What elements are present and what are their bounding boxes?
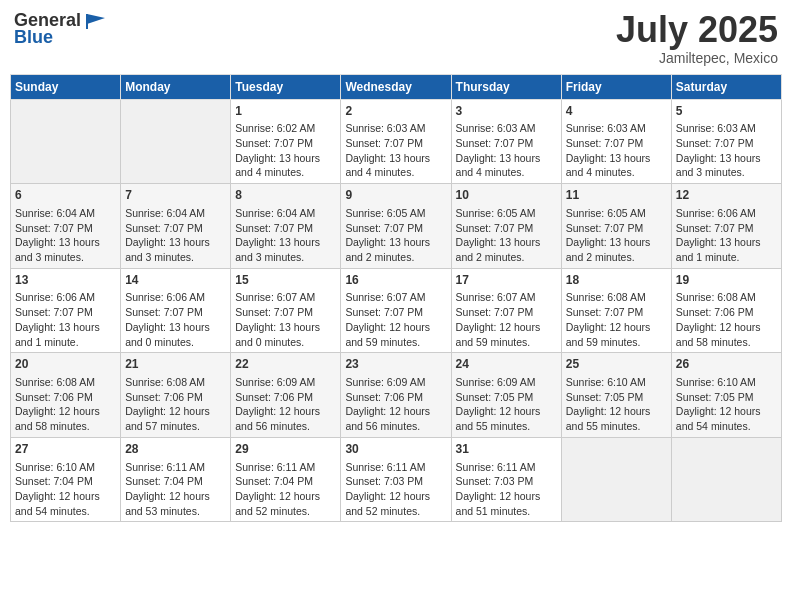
sunset-text: Sunset: 7:07 PM bbox=[456, 221, 557, 236]
day-number: 15 bbox=[235, 272, 336, 289]
day-number: 30 bbox=[345, 441, 446, 458]
logo-flag-icon bbox=[85, 12, 107, 30]
sunset-text: Sunset: 7:07 PM bbox=[235, 305, 336, 320]
sunrise-text: Sunrise: 6:06 AM bbox=[676, 206, 777, 221]
day-number: 9 bbox=[345, 187, 446, 204]
calendar-cell bbox=[121, 99, 231, 184]
sunset-text: Sunset: 7:07 PM bbox=[676, 136, 777, 151]
sunrise-text: Sunrise: 6:11 AM bbox=[345, 460, 446, 475]
sunset-text: Sunset: 7:06 PM bbox=[15, 390, 116, 405]
day-number: 31 bbox=[456, 441, 557, 458]
sunrise-text: Sunrise: 6:04 AM bbox=[125, 206, 226, 221]
sunrise-text: Sunrise: 6:08 AM bbox=[676, 290, 777, 305]
daylight-text: Daylight: 13 hours and 4 minutes. bbox=[566, 151, 667, 180]
sunset-text: Sunset: 7:06 PM bbox=[235, 390, 336, 405]
sunrise-text: Sunrise: 6:08 AM bbox=[566, 290, 667, 305]
sunrise-text: Sunrise: 6:06 AM bbox=[125, 290, 226, 305]
day-number: 22 bbox=[235, 356, 336, 373]
calendar-cell: 5Sunrise: 6:03 AMSunset: 7:07 PMDaylight… bbox=[671, 99, 781, 184]
sunset-text: Sunset: 7:05 PM bbox=[676, 390, 777, 405]
calendar-cell: 26Sunrise: 6:10 AMSunset: 7:05 PMDayligh… bbox=[671, 353, 781, 438]
day-number: 7 bbox=[125, 187, 226, 204]
day-number: 28 bbox=[125, 441, 226, 458]
calendar-cell: 13Sunrise: 6:06 AMSunset: 7:07 PMDayligh… bbox=[11, 268, 121, 353]
daylight-text: Daylight: 13 hours and 0 minutes. bbox=[125, 320, 226, 349]
calendar-cell: 18Sunrise: 6:08 AMSunset: 7:07 PMDayligh… bbox=[561, 268, 671, 353]
calendar-cell: 14Sunrise: 6:06 AMSunset: 7:07 PMDayligh… bbox=[121, 268, 231, 353]
sunrise-text: Sunrise: 6:05 AM bbox=[345, 206, 446, 221]
sunrise-text: Sunrise: 6:02 AM bbox=[235, 121, 336, 136]
calendar-cell: 31Sunrise: 6:11 AMSunset: 7:03 PMDayligh… bbox=[451, 437, 561, 522]
daylight-text: Daylight: 12 hours and 53 minutes. bbox=[125, 489, 226, 518]
calendar-cell: 24Sunrise: 6:09 AMSunset: 7:05 PMDayligh… bbox=[451, 353, 561, 438]
col-header-monday: Monday bbox=[121, 74, 231, 99]
daylight-text: Daylight: 12 hours and 55 minutes. bbox=[456, 404, 557, 433]
day-number: 21 bbox=[125, 356, 226, 373]
sunrise-text: Sunrise: 6:05 AM bbox=[566, 206, 667, 221]
day-number: 27 bbox=[15, 441, 116, 458]
daylight-text: Daylight: 13 hours and 3 minutes. bbox=[15, 235, 116, 264]
col-header-thursday: Thursday bbox=[451, 74, 561, 99]
calendar-cell: 10Sunrise: 6:05 AMSunset: 7:07 PMDayligh… bbox=[451, 184, 561, 269]
sunset-text: Sunset: 7:06 PM bbox=[345, 390, 446, 405]
day-number: 13 bbox=[15, 272, 116, 289]
week-row-4: 20Sunrise: 6:08 AMSunset: 7:06 PMDayligh… bbox=[11, 353, 782, 438]
sunset-text: Sunset: 7:03 PM bbox=[345, 474, 446, 489]
day-number: 17 bbox=[456, 272, 557, 289]
day-number: 24 bbox=[456, 356, 557, 373]
sunset-text: Sunset: 7:07 PM bbox=[676, 221, 777, 236]
daylight-text: Daylight: 13 hours and 2 minutes. bbox=[345, 235, 446, 264]
day-number: 12 bbox=[676, 187, 777, 204]
sunrise-text: Sunrise: 6:07 AM bbox=[345, 290, 446, 305]
daylight-text: Daylight: 13 hours and 4 minutes. bbox=[235, 151, 336, 180]
day-number: 23 bbox=[345, 356, 446, 373]
sunset-text: Sunset: 7:05 PM bbox=[456, 390, 557, 405]
sunrise-text: Sunrise: 6:09 AM bbox=[345, 375, 446, 390]
daylight-text: Daylight: 13 hours and 0 minutes. bbox=[235, 320, 336, 349]
col-header-saturday: Saturday bbox=[671, 74, 781, 99]
daylight-text: Daylight: 13 hours and 1 minute. bbox=[15, 320, 116, 349]
page-header: General Blue July 2025 Jamiltepec, Mexic… bbox=[10, 10, 782, 66]
sunset-text: Sunset: 7:07 PM bbox=[235, 136, 336, 151]
day-number: 25 bbox=[566, 356, 667, 373]
sunrise-text: Sunrise: 6:03 AM bbox=[456, 121, 557, 136]
daylight-text: Daylight: 12 hours and 54 minutes. bbox=[15, 489, 116, 518]
sunrise-text: Sunrise: 6:04 AM bbox=[235, 206, 336, 221]
calendar-cell: 19Sunrise: 6:08 AMSunset: 7:06 PMDayligh… bbox=[671, 268, 781, 353]
col-header-wednesday: Wednesday bbox=[341, 74, 451, 99]
day-number: 10 bbox=[456, 187, 557, 204]
sunrise-text: Sunrise: 6:10 AM bbox=[15, 460, 116, 475]
sunrise-text: Sunrise: 6:11 AM bbox=[235, 460, 336, 475]
sunset-text: Sunset: 7:07 PM bbox=[125, 221, 226, 236]
day-number: 29 bbox=[235, 441, 336, 458]
calendar-cell: 11Sunrise: 6:05 AMSunset: 7:07 PMDayligh… bbox=[561, 184, 671, 269]
day-number: 4 bbox=[566, 103, 667, 120]
daylight-text: Daylight: 12 hours and 58 minutes. bbox=[676, 320, 777, 349]
calendar-cell: 9Sunrise: 6:05 AMSunset: 7:07 PMDaylight… bbox=[341, 184, 451, 269]
calendar-cell bbox=[11, 99, 121, 184]
logo: General Blue bbox=[14, 10, 107, 48]
daylight-text: Daylight: 13 hours and 4 minutes. bbox=[345, 151, 446, 180]
sunrise-text: Sunrise: 6:09 AM bbox=[235, 375, 336, 390]
sunrise-text: Sunrise: 6:08 AM bbox=[15, 375, 116, 390]
daylight-text: Daylight: 12 hours and 57 minutes. bbox=[125, 404, 226, 433]
sunrise-text: Sunrise: 6:03 AM bbox=[566, 121, 667, 136]
sunset-text: Sunset: 7:07 PM bbox=[125, 305, 226, 320]
day-number: 6 bbox=[15, 187, 116, 204]
sunset-text: Sunset: 7:07 PM bbox=[15, 305, 116, 320]
logo-blue-text: Blue bbox=[14, 27, 53, 48]
sunset-text: Sunset: 7:07 PM bbox=[345, 305, 446, 320]
sunset-text: Sunset: 7:07 PM bbox=[345, 221, 446, 236]
daylight-text: Daylight: 13 hours and 3 minutes. bbox=[125, 235, 226, 264]
col-header-tuesday: Tuesday bbox=[231, 74, 341, 99]
sunrise-text: Sunrise: 6:07 AM bbox=[456, 290, 557, 305]
sunset-text: Sunset: 7:05 PM bbox=[566, 390, 667, 405]
sunrise-text: Sunrise: 6:08 AM bbox=[125, 375, 226, 390]
day-number: 5 bbox=[676, 103, 777, 120]
sunset-text: Sunset: 7:06 PM bbox=[676, 305, 777, 320]
calendar-cell: 20Sunrise: 6:08 AMSunset: 7:06 PMDayligh… bbox=[11, 353, 121, 438]
calendar-cell: 27Sunrise: 6:10 AMSunset: 7:04 PMDayligh… bbox=[11, 437, 121, 522]
sunrise-text: Sunrise: 6:10 AM bbox=[676, 375, 777, 390]
sunrise-text: Sunrise: 6:09 AM bbox=[456, 375, 557, 390]
col-header-sunday: Sunday bbox=[11, 74, 121, 99]
